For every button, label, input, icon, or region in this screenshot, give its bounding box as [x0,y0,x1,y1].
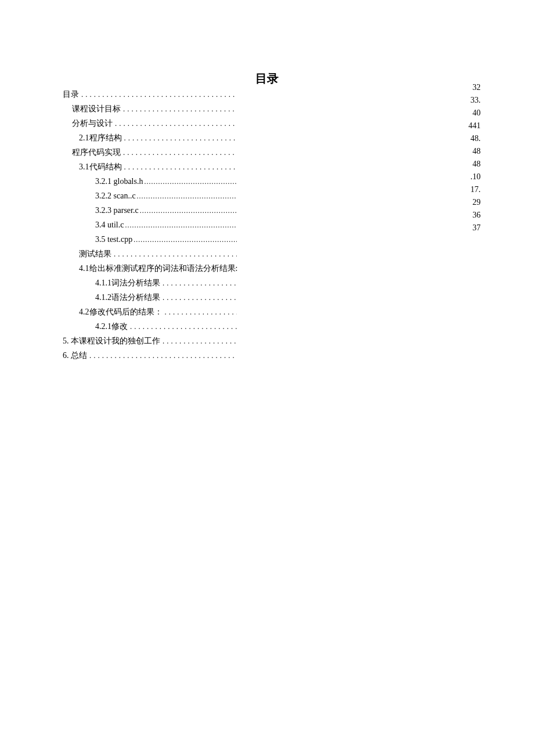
toc-entry: 目录......................................… [63,87,237,102]
toc-label: 2.1程序结构 [79,131,122,145]
toc-entry: 4.2修改代码后的结果：............................… [63,305,237,319]
toc-leader-dots: ........................................… [124,218,237,233]
page-number: 36 [468,209,481,222]
toc-label: 3.2.3 parser.c [95,203,139,218]
page-number: .10 [468,171,481,183]
toc-leader-dots: ........................................… [143,175,237,189]
page-number: 17. [468,183,481,196]
page-number: 40 [468,107,481,120]
toc-entry: 测试结果....................................… [63,247,237,261]
page-number: 48 [468,145,481,158]
toc-leader-dots: ........................................… [160,290,237,305]
toc-label: 3.5 test.cpp [95,232,132,247]
toc-entry: 4.1给出标准测试程序的词法和语法分析结果: [63,261,237,276]
toc-entry: 分析与设计...................................… [63,116,237,131]
toc-entry: 3.2.2 scan..c...........................… [63,189,237,203]
toc-leader-dots: ........................................… [113,116,237,131]
toc-leader-dots: ........................................… [160,334,237,348]
toc-leader-dots: ........................................… [136,189,237,204]
toc-leader-dots: ........................................… [122,160,237,174]
page-title: 目录 [0,0,534,91]
toc-label: 5. 本课程设计我的独创工作 [63,334,160,348]
toc-entry: 课程设计目标..................................… [63,102,237,116]
toc-label: 4.1.2语法分析结果 [95,290,160,305]
toc-entry: 3.1代码结构.................................… [63,160,237,174]
toc-entry: 5. 本课程设计我的独创工作..........................… [63,334,237,348]
toc-leader-dots: ........................................… [121,102,237,116]
toc-entry: 3.2.3 parser.c..........................… [63,203,237,218]
page-number: 32 [468,81,481,94]
toc-label: 4.1.1词法分析结果 [95,276,160,290]
toc-leader-dots: ........................................… [79,87,237,102]
toc-label: 测试结果 [79,247,111,261]
toc-label: 分析与设计 [72,116,113,131]
toc-entry: 4.1.1词法分析结果.............................… [63,276,237,290]
toc-leader-dots: ........................................… [122,131,237,145]
page-number-column: 3233.4044148.4848.1017.293637 [468,81,481,234]
toc-label: 3.4 util.c [95,218,124,232]
toc-label: 4.2修改代码后的结果： [79,305,163,319]
toc-label: 4.2.1修改 [95,319,128,334]
toc-leader-dots: ........................................… [163,305,237,319]
toc-entry: 3.5 test.cpp............................… [63,232,237,247]
toc-entry: 6. 总结...................................… [63,348,237,363]
page-number: 48 [468,158,481,171]
toc-leader-dots: ........................................… [121,145,237,160]
toc-entry: 3.4 util.c..............................… [63,218,237,232]
toc-entry: 4.2.1修改.................................… [63,319,237,334]
page-number: 29 [468,196,481,209]
toc-label: 目录 [63,87,79,102]
toc-label: 程序代码实现 [72,145,121,160]
toc-entry: 2.1程序结构.................................… [63,131,237,145]
toc-label: 3.2.2 scan..c [95,189,136,203]
toc-leader-dots: ........................................… [139,204,237,218]
page-number: 48. [468,132,481,145]
page-number: 441 [468,120,481,132]
toc-label: 3.1代码结构 [79,160,122,174]
toc-leader-dots: ........................................… [128,319,237,334]
page-number: 37 [468,222,481,234]
toc-leader-dots: ........................................… [111,247,237,261]
toc-label: 3.2.1 globals.h [95,174,143,189]
toc-entry: 3.2.1 globals.h.........................… [63,174,237,189]
toc-entry: 程序代码实现..................................… [63,145,237,160]
page-number: 33. [468,94,481,107]
table-of-contents: 目录......................................… [63,87,237,363]
toc-leader-dots: ........................................… [160,276,237,290]
toc-label: 6. 总结 [63,348,87,363]
toc-entry: 4.1.2语法分析结果.............................… [63,290,237,305]
toc-label: 4.1给出标准测试程序的词法和语法分析结果: [79,261,237,276]
toc-leader-dots: ........................................… [132,233,237,247]
toc-label: 课程设计目标 [72,102,121,116]
toc-leader-dots: ........................................… [87,348,237,363]
